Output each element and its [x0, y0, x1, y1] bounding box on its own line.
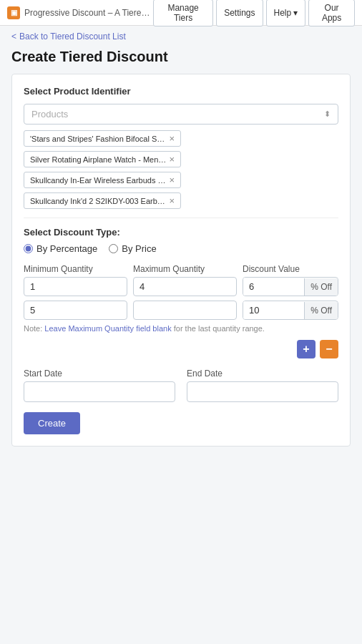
- tier-note: Note: Leave Maximum Quantity field blank…: [24, 324, 338, 333]
- tier-row-1: % Off: [24, 277, 338, 296]
- app-logo: ▣ Progressive Discount – A Tiered Discou…: [7, 6, 153, 19]
- note-link[interactable]: Leave Maximum Quantity field blank: [44, 324, 171, 333]
- product-tag-2-text: Silver Rotating Airplane Watch - Men | '…: [30, 155, 166, 164]
- discount-type-label: Select Discount Type:: [24, 227, 338, 238]
- tier-2-discount-suffix: % Off: [304, 302, 338, 319]
- product-tag-3-remove[interactable]: ×: [169, 175, 175, 185]
- dropdown-arrow-icon: ⬍: [324, 109, 331, 119]
- help-label: Help: [274, 8, 292, 18]
- tier-actions: + −: [24, 340, 338, 358]
- logo-icon: ▣: [7, 6, 20, 19]
- tier-1-min-qty-input[interactable]: [24, 277, 127, 296]
- start-date-input[interactable]: [24, 381, 175, 402]
- product-tag-4: Skullcandy Ink'd 2 S2IKDY-003 Earbuds- B…: [24, 192, 181, 209]
- radio-price-input[interactable]: [109, 244, 118, 253]
- breadcrumb[interactable]: < Back to Tiered Discount List: [0, 26, 362, 47]
- product-tag-4-text: Skullcandy Ink'd 2 S2IKDY-003 Earbuds- B…: [30, 197, 166, 205]
- date-section: Start Date End Date: [24, 369, 338, 402]
- tier-row-2: % Off: [24, 301, 338, 320]
- topnav: ▣ Progressive Discount – A Tiered Discou…: [0, 0, 362, 26]
- tier-headers: Minimum Quantity Maximum Quantity Discou…: [24, 264, 338, 274]
- section-divider: [24, 218, 338, 218]
- tier-2-discount-wrap: % Off: [243, 301, 338, 320]
- product-dropdown[interactable]: Products ⬍: [24, 104, 338, 125]
- help-dropdown-icon: ▾: [293, 8, 298, 18]
- end-date-label: End Date: [187, 369, 338, 379]
- max-qty-header: Maximum Quantity: [133, 264, 237, 274]
- help-button[interactable]: Help ▾: [266, 0, 306, 26]
- product-tag-2: Silver Rotating Airplane Watch - Men | '…: [24, 151, 181, 167]
- radio-by-percentage[interactable]: By Percentage: [24, 243, 97, 254]
- product-tag-1-remove[interactable]: ×: [169, 134, 175, 143]
- product-tag-1-text: 'Stars and Stripes' Fashion Bifocal Sung…: [30, 135, 166, 143]
- start-date-label: Start Date: [24, 369, 175, 379]
- product-placeholder: Products: [31, 109, 68, 119]
- radio-percentage-input[interactable]: [24, 244, 33, 253]
- product-section-title: Select Product Identifier: [24, 86, 338, 97]
- product-tag-2-remove[interactable]: ×: [169, 155, 175, 164]
- main-card: Select Product Identifier Products ⬍ 'St…: [11, 74, 351, 447]
- tier-1-discount-wrap: % Off: [243, 277, 338, 296]
- note-suffix: for the last quantity range.: [172, 324, 265, 333]
- end-date-field: End Date: [187, 369, 338, 402]
- discount-type-radio-group: By Percentage By Price: [24, 243, 338, 254]
- add-tier-button[interactable]: +: [297, 340, 315, 358]
- start-date-field: Start Date: [24, 369, 175, 402]
- app-title: Progressive Discount – A Tiered Discount…: [24, 8, 153, 18]
- product-tag-4-remove[interactable]: ×: [169, 196, 175, 205]
- settings-button[interactable]: Settings: [216, 0, 263, 26]
- min-qty-header: Minimum Quantity: [24, 264, 127, 274]
- radio-percentage-label: By Percentage: [36, 243, 97, 254]
- product-tag-3-text: Skullcandy In-Ear Wireless Earbuds | '46…: [30, 176, 166, 185]
- our-apps-button[interactable]: Our Apps: [308, 0, 355, 26]
- tier-2-discount-input[interactable]: [243, 301, 304, 319]
- page-title: Create Tiered Discount: [0, 47, 362, 74]
- back-chevron-icon: <: [11, 31, 16, 42]
- radio-by-price[interactable]: By Price: [109, 243, 156, 254]
- tier-1-discount-input[interactable]: [243, 278, 304, 296]
- remove-tier-button[interactable]: −: [320, 340, 338, 358]
- topnav-buttons: Manage Tiers Settings Help ▾ Our Apps: [153, 0, 355, 26]
- tier-2-max-qty-input[interactable]: [133, 301, 237, 320]
- product-tag-1: 'Stars and Stripes' Fashion Bifocal Sung…: [24, 130, 181, 147]
- radio-price-label: By Price: [122, 243, 156, 254]
- breadcrumb-link[interactable]: Back to Tiered Discount List: [19, 31, 126, 42]
- end-date-input[interactable]: [187, 381, 338, 402]
- tier-1-max-qty-input[interactable]: [133, 277, 237, 296]
- create-button[interactable]: Create: [24, 412, 80, 434]
- tier-2-min-qty-input[interactable]: [24, 301, 127, 320]
- product-tag-3: Skullcandy In-Ear Wireless Earbuds | '46…: [24, 172, 181, 188]
- discount-header: Discount Value: [243, 264, 338, 274]
- note-prefix: Note:: [24, 324, 44, 333]
- discount-type-section: Select Discount Type: By Percentage By P…: [24, 227, 338, 254]
- manage-tiers-button[interactable]: Manage Tiers: [153, 0, 213, 26]
- selected-products-tags: 'Stars and Stripes' Fashion Bifocal Sung…: [24, 130, 338, 209]
- tier-1-discount-suffix: % Off: [304, 278, 338, 296]
